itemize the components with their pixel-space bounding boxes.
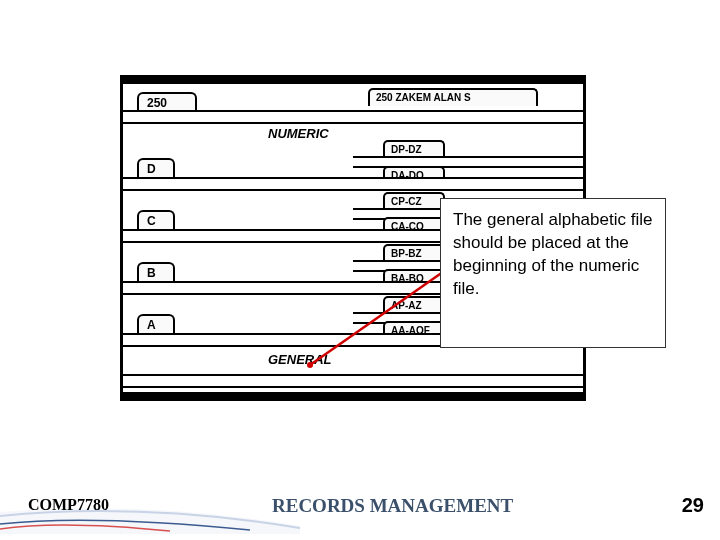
drawer-bottom bbox=[123, 374, 583, 388]
folder-250-zakem: 250 ZAKEM ALAN S bbox=[368, 88, 538, 106]
tab-250: 250 bbox=[137, 92, 197, 112]
tab-a: A bbox=[137, 314, 175, 334]
tab-b: B bbox=[137, 262, 175, 282]
drawer-250 bbox=[123, 110, 583, 124]
footer-course-code: COMP7780 bbox=[28, 496, 109, 514]
callout-box: The general alphabetic file should be pl… bbox=[440, 198, 666, 348]
drawer-d bbox=[123, 177, 583, 191]
label-numeric: NUMERIC bbox=[268, 126, 329, 141]
footer-page-number: 29 bbox=[682, 494, 704, 517]
tab-d: D bbox=[137, 158, 175, 178]
tab-c: C bbox=[137, 210, 175, 230]
footer-title: RECORDS MANAGEMENT bbox=[272, 495, 513, 517]
label-general: GENERAL bbox=[268, 352, 332, 367]
callout-text: The general alphabetic file should be pl… bbox=[453, 210, 652, 298]
